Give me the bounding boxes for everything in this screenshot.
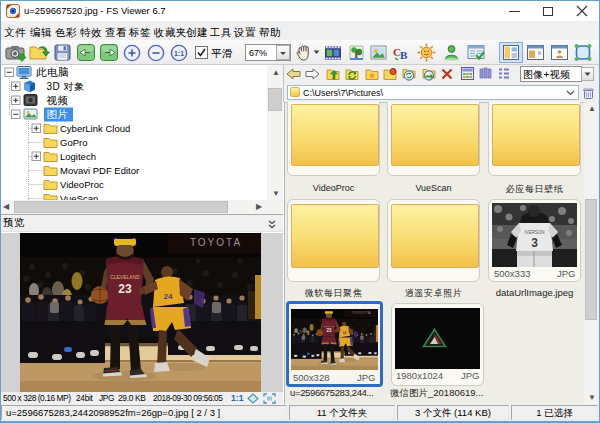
svg-text:B: B xyxy=(400,49,408,61)
svg-text:GoPro: GoPro xyxy=(60,137,87,148)
svg-text:此电脑: 此电脑 xyxy=(36,66,69,78)
svg-text:VueScan: VueScan xyxy=(60,193,98,201)
svg-text:视频: 视频 xyxy=(47,94,69,106)
svg-text:Movavi PDF Editor: Movavi PDF Editor xyxy=(60,165,139,176)
svg-text:VideoProc: VideoProc xyxy=(60,179,104,190)
svg-text:Logitech: Logitech xyxy=(60,151,96,162)
svg-text:1:1: 1:1 xyxy=(174,50,184,57)
svg-text:CyberLink Cloud: CyberLink Cloud xyxy=(60,123,130,134)
svg-text:3D 对象: 3D 对象 xyxy=(47,81,85,92)
svg-text:图片: 图片 xyxy=(47,108,69,120)
